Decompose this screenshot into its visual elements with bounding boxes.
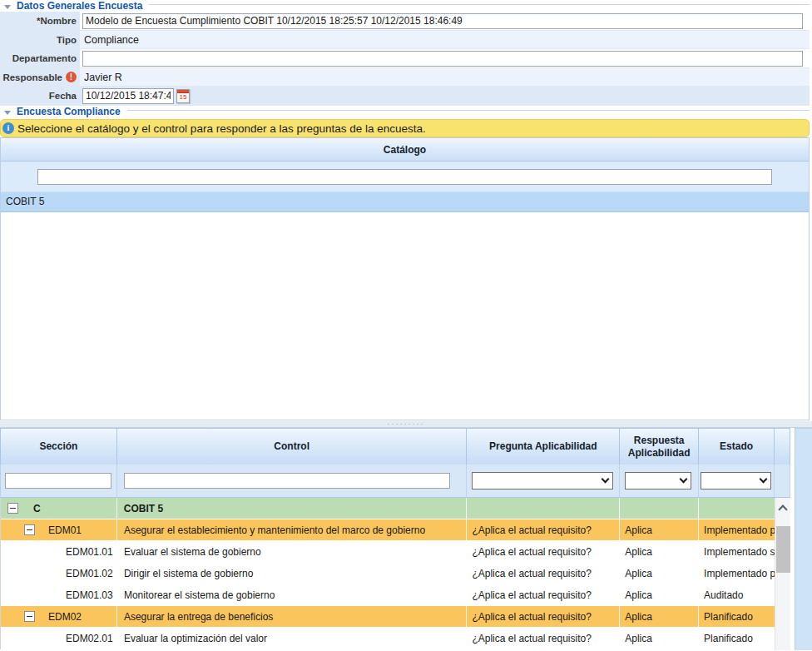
- table-row[interactable]: C COBIT 5: [1, 498, 775, 519]
- tipo-label: Tipo: [0, 31, 80, 48]
- filter-seccion-input[interactable]: [5, 473, 111, 489]
- datos-generales-form: *Nombre Tipo Compliance Departamento Res…: [0, 12, 810, 106]
- form-row-fecha: Fecha 15: [0, 87, 810, 106]
- required-warning-icon: !: [66, 72, 77, 82]
- vertical-scrollbar[interactable]: [775, 498, 790, 650]
- filter-estado-select[interactable]: [701, 472, 771, 489]
- collapse-minus-icon[interactable]: [24, 611, 35, 622]
- catalogo-empty-area: [1, 212, 809, 420]
- table-row[interactable]: EDM02.01 Evaluar la optimización del val…: [1, 628, 775, 649]
- fecha-input[interactable]: [82, 88, 174, 104]
- nombre-label: *Nombre: [0, 12, 80, 30]
- info-banner-text: Seleccione el catálogo y el control para…: [17, 122, 426, 135]
- responsable-value: Javier R: [82, 72, 122, 83]
- form-row-responsable: Responsable ! Javier R: [0, 68, 810, 87]
- filter-respuesta-select[interactable]: [625, 472, 691, 489]
- collapse-minus-icon[interactable]: [7, 503, 18, 514]
- panel-splitter[interactable]: ·········: [0, 420, 812, 428]
- filter-control-input[interactable]: [124, 473, 450, 489]
- chevron-down-icon: [680, 475, 688, 484]
- section-rule: [127, 110, 810, 111]
- form-row-departamento: Departamento: [0, 49, 810, 68]
- collapse-triangle-icon[interactable]: [4, 5, 11, 9]
- collapse-minus-icon[interactable]: [24, 524, 35, 535]
- table-row[interactable]: EDM01.03 Monitorear el sistema de gobier…: [1, 584, 775, 606]
- filter-pregunta-select[interactable]: [472, 472, 613, 489]
- chevron-down-icon: [602, 475, 610, 484]
- controls-grid: Sección Control Pregunta Aplicabilidad R…: [0, 428, 812, 649]
- column-header-seccion[interactable]: Sección: [1, 429, 117, 465]
- chevron-up-icon: [778, 504, 787, 514]
- section-title-encuesta: Encuesta Compliance: [17, 106, 121, 117]
- section-title-datos: Datos Generales Encuesta: [17, 0, 142, 12]
- catalogo-filter-bar: [1, 162, 809, 192]
- column-header-control[interactable]: Control: [117, 429, 468, 465]
- collapse-triangle-icon[interactable]: [4, 111, 11, 115]
- grid-body: C COBIT 5 EDM01 Asegurar el establecimie…: [0, 498, 775, 649]
- form-row-tipo: Tipo Compliance: [0, 31, 810, 49]
- scrollbar-thumb[interactable]: [776, 526, 790, 573]
- responsable-label: Responsable !: [0, 68, 80, 86]
- fecha-label: Fecha: [0, 87, 80, 105]
- grid-filter-row: [0, 465, 790, 498]
- splitter-grip-icon: ·········: [388, 422, 425, 426]
- info-banner: i Seleccione el catálogo y el control pa…: [0, 119, 810, 137]
- table-row[interactable]: EDM01 Asegurar el establecimiento y mant…: [1, 519, 775, 541]
- table-row[interactable]: EDM02 Asegurar la entrega de beneficios …: [1, 606, 775, 628]
- nombre-input[interactable]: [82, 13, 803, 29]
- catalogo-header: Catálogo: [1, 137, 809, 162]
- departamento-label: Departamento: [0, 49, 80, 67]
- calendar-day: 15: [177, 93, 189, 102]
- section-rule: [149, 4, 810, 5]
- chevron-down-icon: [760, 475, 768, 484]
- catalogo-panel: Catálogo COBIT 5: [0, 137, 810, 420]
- table-row[interactable]: EDM01.02 Dirigir el sistema de gobierno …: [1, 563, 775, 584]
- tipo-value: Compliance: [82, 34, 139, 46]
- departamento-input[interactable]: [82, 51, 803, 67]
- right-side-panel: [795, 428, 812, 650]
- table-row[interactable]: EDM01.01 Evaluar el sistema de gobierno …: [1, 541, 775, 563]
- column-header-respuesta[interactable]: Respuesta Aplicabilidad: [620, 429, 699, 465]
- column-header-pregunta[interactable]: Pregunta Aplicabilidad: [467, 429, 620, 465]
- scroll-up-button[interactable]: [775, 498, 790, 516]
- info-icon: i: [2, 122, 14, 134]
- calendar-icon[interactable]: 15: [176, 89, 190, 103]
- column-header-estado[interactable]: Estado: [699, 429, 775, 465]
- datos-generales-section-header: Datos Generales Encuesta: [0, 0, 812, 12]
- catalogo-item-cobit5[interactable]: COBIT 5: [1, 192, 809, 212]
- catalogo-filter-input[interactable]: [37, 169, 772, 185]
- column-header-filler: [775, 429, 790, 465]
- encuesta-compliance-section-header: Encuesta Compliance: [0, 106, 812, 117]
- grid-header-row: Sección Control Pregunta Aplicabilidad R…: [0, 428, 790, 465]
- form-row-nombre: *Nombre: [0, 12, 810, 31]
